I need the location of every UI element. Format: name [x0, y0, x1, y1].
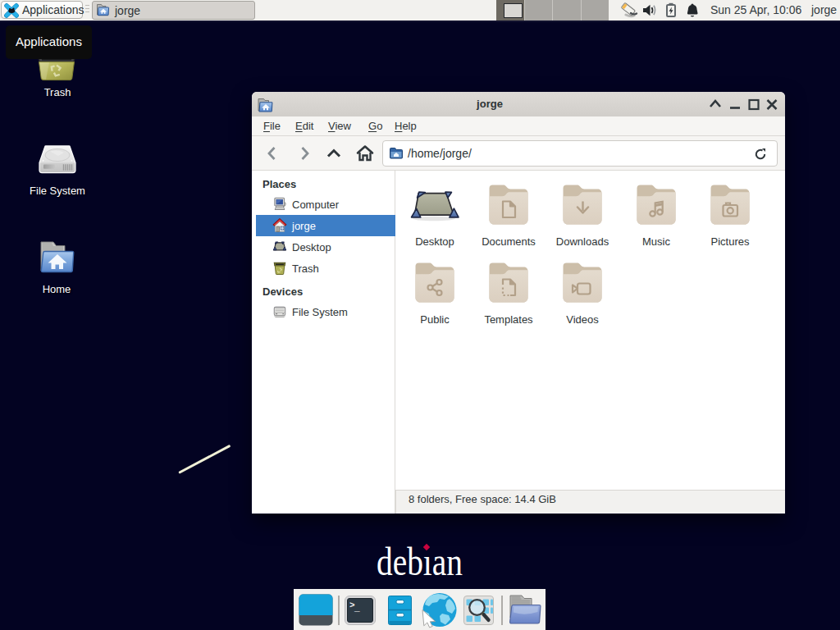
svg-text:_: _ — [354, 604, 360, 614]
